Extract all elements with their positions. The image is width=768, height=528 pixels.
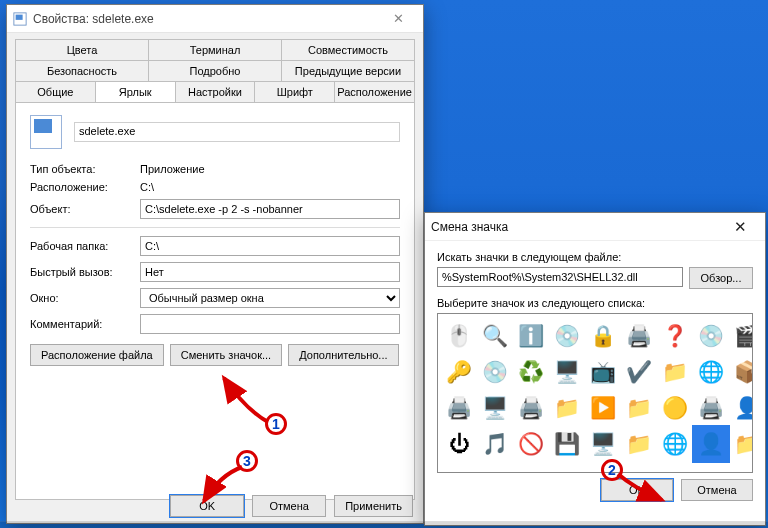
svg-rect-1: [16, 14, 23, 19]
icon-option[interactable]: 📁: [658, 355, 692, 389]
icon-option[interactable]: 💿: [694, 319, 728, 353]
close-icon[interactable]: ✕: [377, 9, 419, 29]
properties-window: Свойства: sdelete.exe ✕ Цвета Терминал С…: [6, 4, 424, 524]
properties-titlebar[interactable]: Свойства: sdelete.exe ✕: [7, 5, 423, 33]
target-input[interactable]: [140, 199, 400, 219]
tab-previous[interactable]: Предыдущие версии: [282, 60, 415, 81]
icon-option[interactable]: ❓: [658, 319, 692, 353]
icon-list[interactable]: 🖱️🔑🖨️⏻🔍💿🖥️🎵ℹ️♻️🖨️🚫💿🖥️📁💾🔒📺▶️🖥️🖨️✔️📁📁❓📁🟡🌐💿…: [437, 313, 753, 473]
separator: [30, 227, 400, 228]
hotkey-label: Быстрый вызов:: [30, 266, 140, 278]
tab-layout[interactable]: Расположение: [335, 81, 415, 102]
icon-option[interactable]: 🎵: [478, 427, 512, 461]
tab-settings[interactable]: Настройки: [176, 81, 256, 102]
change-icon-window: Смена значка ✕ Искать значки в следующем…: [424, 212, 766, 526]
apply-button[interactable]: Применить: [334, 495, 413, 517]
icon-option[interactable]: 🖨️: [514, 391, 548, 425]
icon-option[interactable]: 💿: [478, 355, 512, 389]
file-name-box[interactable]: sdelete.exe: [74, 122, 400, 142]
cancel-button[interactable]: Отмена: [252, 495, 326, 517]
change-icon-button[interactable]: Сменить значок...: [170, 344, 283, 366]
icon-option[interactable]: 🎬: [730, 319, 753, 353]
type-label: Тип объекта:: [30, 163, 140, 175]
icon-option[interactable]: 🔒: [586, 319, 620, 353]
tab-compat[interactable]: Совместимость: [282, 39, 415, 60]
icon-option[interactable]: ✔️: [622, 355, 656, 389]
change-icon-title: Смена значка: [431, 220, 719, 234]
annotation-number-2: 2: [601, 459, 623, 481]
icon-option[interactable]: 📺: [586, 355, 620, 389]
icon-option[interactable]: 📦: [730, 355, 753, 389]
icon-option[interactable]: 📁: [730, 427, 753, 461]
icon-option[interactable]: 💾: [550, 427, 584, 461]
icon-option[interactable]: ▶️: [586, 391, 620, 425]
icon-option[interactable]: 🖥️: [586, 427, 620, 461]
window-select[interactable]: Обычный размер окна: [140, 288, 400, 308]
icon-option[interactable]: 🖨️: [442, 391, 476, 425]
icon-option[interactable]: 🔍: [478, 319, 512, 353]
window-label: Окно:: [30, 292, 140, 304]
tab-strip: Цвета Терминал Совместимость Безопасност…: [15, 39, 415, 500]
startin-label: Рабочая папка:: [30, 240, 140, 252]
open-location-button[interactable]: Расположение файла: [30, 344, 164, 366]
annotation-number-3: 3: [236, 450, 258, 472]
change-icon-cancel-button[interactable]: Отмена: [681, 479, 753, 501]
comment-input[interactable]: [140, 314, 400, 334]
icon-option[interactable]: ♻️: [514, 355, 548, 389]
location-value: C:\: [140, 181, 154, 193]
tab-details[interactable]: Подробно: [149, 60, 282, 81]
target-label: Объект:: [30, 203, 140, 215]
tab-terminal[interactable]: Терминал: [149, 39, 282, 60]
icon-option[interactable]: 🖥️: [478, 391, 512, 425]
tab-font[interactable]: Шрифт: [255, 81, 335, 102]
icon-path-input[interactable]: [437, 267, 683, 287]
annotation-number-1: 1: [265, 413, 287, 435]
hotkey-input[interactable]: [140, 262, 400, 282]
list-label: Выберите значок из следующего списка:: [437, 297, 753, 309]
icon-option[interactable]: 🖨️: [622, 319, 656, 353]
tab-general[interactable]: Общие: [15, 81, 96, 102]
startin-input[interactable]: [140, 236, 400, 256]
change-icon-titlebar[interactable]: Смена значка ✕: [425, 213, 765, 241]
icon-option[interactable]: 📁: [550, 391, 584, 425]
annotation-arrow-3: [200, 465, 246, 511]
properties-title: Свойства: sdelete.exe: [33, 12, 377, 26]
icon-option[interactable]: 🖱️: [442, 319, 476, 353]
browse-button[interactable]: Обзор...: [689, 267, 753, 289]
tab-security[interactable]: Безопасность: [15, 60, 149, 81]
icon-option[interactable]: 💿: [550, 319, 584, 353]
tab-colors[interactable]: Цвета: [15, 39, 149, 60]
icon-option[interactable]: ⏻: [442, 427, 476, 461]
icon-option[interactable]: 🖥️: [550, 355, 584, 389]
icon-option[interactable]: 📁: [622, 391, 656, 425]
icon-option[interactable]: 🔑: [442, 355, 476, 389]
location-label: Расположение:: [30, 181, 140, 193]
comment-label: Комментарий:: [30, 318, 140, 330]
icon-option[interactable]: 📁: [622, 427, 656, 461]
advanced-button[interactable]: Дополнительно...: [288, 344, 398, 366]
file-icon: [30, 115, 62, 149]
close-icon[interactable]: ✕: [719, 217, 761, 237]
window-icon: [13, 12, 27, 26]
icon-option[interactable]: 🖨️: [694, 391, 728, 425]
icon-option[interactable]: 🚫: [514, 427, 548, 461]
icon-option[interactable]: ℹ️: [514, 319, 548, 353]
icon-option[interactable]: 👤: [694, 427, 728, 461]
taskbar: [0, 521, 768, 528]
tab-page-shortcut: sdelete.exe Тип объекта: Приложение Расп…: [15, 102, 415, 500]
path-label: Искать значки в следующем файле:: [437, 251, 753, 263]
type-value: Приложение: [140, 163, 205, 175]
icon-option[interactable]: 🟡: [658, 391, 692, 425]
icon-option[interactable]: 🌐: [694, 355, 728, 389]
icon-option[interactable]: 🌐: [658, 427, 692, 461]
annotation-arrow-2: [614, 470, 670, 510]
icon-option[interactable]: 👤: [730, 391, 753, 425]
tab-shortcut[interactable]: Ярлык: [96, 81, 176, 102]
